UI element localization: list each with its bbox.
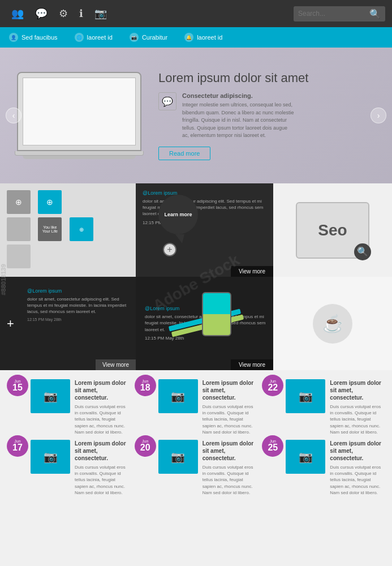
tile-gray-1[interactable]: ⊕ bbox=[7, 190, 31, 214]
center-bottom-view-more[interactable]: View more bbox=[231, 359, 273, 370]
center-view-more[interactable]: View more bbox=[231, 266, 273, 277]
magnify-icon: 🔍 bbox=[354, 243, 371, 260]
blue-nav-item-4[interactable]: 🔔 laoreet id bbox=[184, 33, 222, 42]
coffee-display: ☕ bbox=[313, 304, 352, 344]
grid-body-4: Duis cursus volutpat eros in convallis. … bbox=[75, 464, 130, 496]
date-badge-5: Jun 20 bbox=[135, 435, 156, 457]
grid-img-4: 📷 bbox=[31, 440, 70, 474]
hero-content: Lorem ipsum dolor sit amet 💬 Consectetur… bbox=[158, 71, 308, 160]
center-bottom: @Lorem ipsum dolor sit amet, consectetur… bbox=[136, 277, 273, 370]
grid-card-1: Jun 15 📷 Lorem ipsum dolor sit amet, con… bbox=[7, 379, 130, 435]
grid-body-3: Duis cursus volutpat eros in convallis. … bbox=[330, 404, 385, 435]
chat-icon[interactable]: 💬 bbox=[35, 7, 48, 20]
camera-icon-1: 📷 bbox=[44, 389, 58, 403]
right-bottom: ☕ bbox=[273, 277, 392, 370]
middle-section: ⊕ ⊕ You likeYour Life ⊕ + @Lorem ipsum d… bbox=[0, 183, 392, 370]
tile-blue-1[interactable]: ⊕ bbox=[38, 190, 62, 214]
hero-section: ‹ Lorem ipsum dolor sit amet 💬 Consectet… bbox=[0, 48, 392, 183]
blue-nav-item-1[interactable]: 👤 Sed faucibus bbox=[9, 33, 58, 42]
grid-title-4: Lorem ipsum dolor sit amet, consectetur. bbox=[75, 440, 130, 462]
right-top: Seo 🔍 bbox=[273, 183, 392, 277]
grid-title-1: Lorem ipsum dolor sit amet, consectetur. bbox=[75, 379, 130, 401]
grid-title-3: Lorem ipsum dolor sit amet, consectetur. bbox=[330, 379, 385, 401]
center-panel: @Lorem ipsum dolor sit amet, consectetur… bbox=[136, 183, 273, 370]
date-badge-2: Jun 18 bbox=[135, 375, 156, 396]
tiles-area: ⊕ ⊕ You likeYour Life ⊕ bbox=[0, 183, 136, 277]
hero-arrow-left[interactable]: ‹ bbox=[6, 108, 21, 123]
camera-icon-5: 📷 bbox=[171, 450, 185, 464]
tile-gray-2[interactable] bbox=[7, 217, 31, 241]
blue-nav-item-3[interactable]: 📷 Curabitur bbox=[130, 33, 167, 42]
center-plus-icon[interactable]: + bbox=[163, 243, 176, 256]
search-icon: 🔍 bbox=[369, 8, 381, 19]
blue-nav-label-3: Curabitur bbox=[142, 34, 167, 41]
left-date: 12:15 PM May 28th bbox=[27, 318, 129, 321]
top-nav: 👥 💬 ⚙ ℹ 📷 🔍 bbox=[0, 0, 392, 27]
left-plus-icon[interactable]: + bbox=[7, 316, 14, 331]
date-badge-3: Jun 22 bbox=[262, 375, 283, 396]
date-badge-1: Jun 15 bbox=[7, 375, 28, 396]
grid-card-3: Jun 22 📷 Lorem ipsum dolor sit amet, con… bbox=[262, 379, 385, 435]
right-panel: Seo 🔍 ☕ bbox=[273, 183, 392, 370]
settings-icon[interactable]: ⚙ bbox=[59, 7, 68, 20]
grid-body-2: Duis cursus volutpat eros in convallis. … bbox=[203, 404, 258, 435]
left-view-more[interactable]: View more bbox=[96, 359, 136, 370]
grid-row-2: Jun 17 📷 Lorem ipsum dolor sit amet, con… bbox=[7, 440, 385, 496]
hero-desc-title: Consectetur adipiscing. bbox=[182, 92, 295, 99]
grid-title-2: Lorem ipsum dolor sit amet, consectetur. bbox=[203, 379, 258, 401]
grid-card-6: Jun 25 📷 Lorem ipsum dolor sit amet, con… bbox=[262, 440, 385, 496]
date-badge-4: Jun 17 bbox=[7, 435, 28, 457]
hero-desc-body: Integer molestie sem ultrices, consequat… bbox=[182, 101, 295, 140]
camera-icon-3: 📷 bbox=[299, 389, 313, 403]
seo-text: Seo bbox=[318, 221, 347, 239]
tile-dark-1[interactable]: You likeYour Life bbox=[38, 217, 62, 241]
read-more-button[interactable]: Read more bbox=[158, 147, 210, 160]
camera-nav-icon[interactable]: 📷 bbox=[94, 7, 107, 20]
left-bottom: + @Lorem ipsum dolor sit amet, consectet… bbox=[0, 277, 136, 370]
center-top: @Lorem ipsum dolor sit amet, consectetur… bbox=[136, 183, 273, 277]
learn-more-bubble[interactable]: Learn more bbox=[158, 195, 198, 243]
grid-img-3: 📷 bbox=[286, 379, 325, 413]
search-input[interactable] bbox=[298, 10, 366, 18]
grid-img-1: 📷 bbox=[31, 379, 70, 413]
grid-title-6: Lorem ipsum dolor sit amet, consectetur. bbox=[330, 440, 385, 462]
tablet-display: Seo 🔍 bbox=[296, 202, 369, 259]
hero-title: Lorem ipsum dolor sit amet bbox=[158, 71, 308, 85]
camera-icon-6: 📷 bbox=[299, 450, 313, 464]
date-badge-6: Jun 25 bbox=[262, 435, 283, 457]
hero-arrow-right[interactable]: › bbox=[371, 108, 386, 123]
grid-img-5: 📷 bbox=[158, 440, 198, 474]
tile-gray-3[interactable] bbox=[7, 245, 31, 268]
search-box[interactable]: 🔍 bbox=[294, 6, 385, 22]
blue-nav: 👤 Sed faucibus 🌐 laoreet id 📷 Curabitur … bbox=[0, 27, 392, 48]
left-panel: ⊕ ⊕ You likeYour Life ⊕ + @Lorem ipsum d… bbox=[0, 183, 136, 370]
grid-card-5: Jun 20 📷 Lorem ipsum dolor sit amet, con… bbox=[135, 440, 258, 496]
grid-card-4: Jun 17 📷 Lorem ipsum dolor sit amet, con… bbox=[7, 440, 130, 496]
camera-blue-icon: 📷 bbox=[130, 33, 139, 42]
left-username: @Lorem ipsum bbox=[27, 288, 129, 294]
blue-nav-label-2: laoreet id bbox=[87, 34, 113, 41]
learn-more-text: Learn more bbox=[164, 212, 192, 217]
grid-card-2: Jun 18 📷 Lorem ipsum dolor sit amet, con… bbox=[135, 379, 258, 435]
user-icon: 👤 bbox=[9, 33, 18, 42]
grid-row-1: Jun 15 📷 Lorem ipsum dolor sit amet, con… bbox=[7, 379, 385, 435]
tile-empty-3 bbox=[70, 245, 93, 268]
hero-laptop bbox=[17, 72, 141, 159]
tile-blue-2[interactable]: ⊕ bbox=[70, 217, 93, 241]
grid-img-2: 📷 bbox=[158, 379, 198, 413]
hero-desc-icon: 💬 bbox=[158, 92, 176, 110]
grid-img-6: 📷 bbox=[286, 440, 325, 474]
people-icon[interactable]: 👥 bbox=[11, 7, 24, 20]
blue-nav-label-1: Sed faucibus bbox=[21, 34, 58, 41]
grid-body-5: Duis cursus volutpat eros in convallis. … bbox=[203, 464, 258, 496]
info-icon[interactable]: ℹ bbox=[79, 7, 83, 20]
grid-title-5: Lorem ipsum dolor sit amet, consectetur. bbox=[203, 440, 258, 462]
blue-nav-item-2[interactable]: 🌐 laoreet id bbox=[75, 33, 113, 42]
camera-icon-2: 📷 bbox=[171, 389, 185, 403]
left-body: dolor sit amet, consectetur adipiscing e… bbox=[27, 296, 129, 315]
camera-icon-4: 📷 bbox=[44, 450, 58, 464]
blue-nav-label-4: laoreet id bbox=[197, 34, 222, 41]
tile-empty-2 bbox=[38, 245, 62, 268]
globe-icon: 🌐 bbox=[75, 33, 84, 42]
bell-icon: 🔔 bbox=[184, 33, 193, 42]
